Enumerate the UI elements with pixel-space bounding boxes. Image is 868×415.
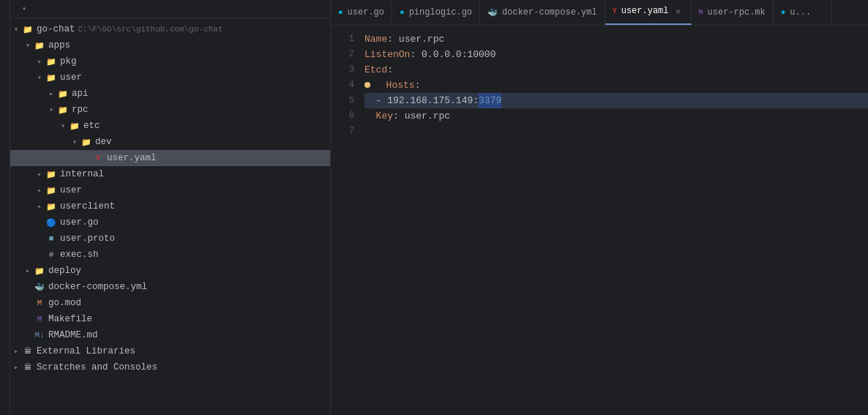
tree-item-user-yaml[interactable]: Yuser.yaml xyxy=(10,150,330,166)
arrow-open xyxy=(45,105,57,114)
tab-pinglogic-tab[interactable]: ●pinglogic.go xyxy=(392,0,480,25)
code-line-6: Key: user.rpc xyxy=(364,108,868,124)
tree-item-api[interactable]: 📁api xyxy=(10,86,330,102)
tab-user-yaml-tab[interactable]: Yuser.yaml✕ xyxy=(605,0,692,25)
folder-icon: 📁 xyxy=(22,23,34,35)
code-content[interactable]: Name: user.rpcListenOn: 0.0.0.0:10000Etc… xyxy=(359,26,868,415)
code-line-4: Hosts: xyxy=(364,78,868,93)
tree-item-exec-sh[interactable]: #exec.sh xyxy=(10,247,330,263)
sidebar: ▾ 📁go-chatC:\F\GO\src\github.com\go-chat… xyxy=(10,0,331,415)
code-key: Etcd xyxy=(364,62,387,78)
tree-item-go-chat[interactable]: 📁go-chatC:\F\GO\src\github.com\go-chat xyxy=(10,21,330,37)
tree-label: Makefile xyxy=(48,314,92,324)
arrow-closed xyxy=(45,89,57,98)
tree-label: dev xyxy=(95,137,112,147)
tree-item-user[interactable]: 📁user xyxy=(10,70,330,86)
tree-item-etc[interactable]: 📁etc xyxy=(10,118,330,134)
tree-item-user-proto[interactable]: ■user.proto xyxy=(10,231,330,247)
arrow-open xyxy=(69,138,81,146)
go-icon: 🔵 xyxy=(45,217,57,228)
tree-item-go-mod[interactable]: Mgo.mod xyxy=(10,295,330,311)
tree-label: user xyxy=(60,185,82,195)
tab-label: user.go xyxy=(348,7,384,18)
tree-label: user.yaml xyxy=(107,153,157,163)
code-dash: - xyxy=(364,93,387,108)
folder-icon: 📁 xyxy=(45,168,57,180)
tree-item-pkg[interactable]: 📁pkg xyxy=(10,53,330,70)
arrow-closed xyxy=(22,266,34,275)
tab-docker-tab[interactable]: 🐳docker-compose.yml xyxy=(480,0,605,25)
tab-user-rpc-mk-tab[interactable]: Muser-rpc.mk xyxy=(692,0,774,25)
readme-icon: M↓ xyxy=(34,329,45,341)
proto-icon: ■ xyxy=(45,233,57,244)
tree-item-apps[interactable]: 📁apps xyxy=(10,37,330,53)
tree-item-userclient[interactable]: 📁userclient xyxy=(10,198,330,214)
tree-item-external-libraries[interactable]: 🏛External Libraries xyxy=(10,343,330,359)
tree-item-makefile[interactable]: MMakefile xyxy=(10,311,330,327)
external-icon: 🏛 xyxy=(22,345,34,357)
tree-label: exec.sh xyxy=(60,250,99,260)
makefile-icon: M xyxy=(34,313,45,325)
tab-bar: ●user.go●pinglogic.go🐳docker-compose.yml… xyxy=(331,0,868,26)
code-line-3: Etcd: xyxy=(364,62,868,78)
warning-dot xyxy=(364,78,373,93)
tree-item-docker-compose[interactable]: 🐳docker-compose.yml xyxy=(10,279,330,295)
line-number-7: 7 xyxy=(331,124,354,139)
arrow-closed xyxy=(34,57,45,66)
arrow-open xyxy=(34,73,45,82)
folder-icon: 📁 xyxy=(45,56,57,67)
tab-extra-tab[interactable]: ●u... xyxy=(774,0,832,25)
folder-icon: 📁 xyxy=(45,184,57,196)
tree-item-readme[interactable]: M↓RMADME.md xyxy=(10,327,330,343)
arrow-closed xyxy=(34,170,45,179)
tab-label: user-rpc.mk xyxy=(708,7,766,18)
code-key: Key xyxy=(376,108,393,124)
path-label: C:\F\GO\src\github.com\go-chat xyxy=(78,25,223,34)
tree-label: etc xyxy=(83,121,100,131)
mk-tab-icon: M xyxy=(699,9,703,17)
editor-area: ●user.go●pinglogic.go🐳docker-compose.yml… xyxy=(331,0,868,415)
line-number-1: 1 xyxy=(331,31,354,47)
arrow-closed xyxy=(10,363,22,372)
tree-item-user-go[interactable]: 🔵user.go xyxy=(10,214,330,231)
tab-label: docker-compose.yml xyxy=(502,7,597,18)
code-value: user.rpc xyxy=(399,31,444,47)
arrow-open xyxy=(22,41,34,50)
tree-label: userclient xyxy=(60,201,115,212)
code-line-1: Name: user.rpc xyxy=(364,31,868,47)
sidebar-header: ▾ xyxy=(10,0,330,18)
line-number-5: 5 xyxy=(331,93,354,108)
docker-icon: 🐳 xyxy=(34,281,45,293)
tree-label: go.mod xyxy=(48,298,81,308)
tab-user-go-tab[interactable]: ●user.go xyxy=(331,0,392,25)
folder-icon: 📁 xyxy=(69,120,81,132)
tree-item-rpc[interactable]: 📁rpc xyxy=(10,102,330,118)
code-value: user.rpc xyxy=(405,108,450,124)
tree-label: go-chat xyxy=(37,24,75,34)
tab-label: u... xyxy=(790,7,811,18)
tree-label: docker-compose.yml xyxy=(48,282,147,292)
sh-icon: # xyxy=(45,249,57,261)
tab-close-button[interactable]: ✕ xyxy=(673,6,684,16)
tree-item-scratches[interactable]: 🏛Scratches and Consoles xyxy=(10,359,330,375)
tree-item-deploy[interactable]: 📁deploy xyxy=(10,263,330,279)
arrow-closed xyxy=(10,347,22,356)
external-icon: 🏛 xyxy=(22,362,34,373)
code-indent xyxy=(364,108,376,124)
code-line-5: - 192.168.175.149:3379 xyxy=(364,93,868,108)
tree-item-user2[interactable]: 📁user xyxy=(10,182,330,198)
line-number-3: 3 xyxy=(331,62,354,78)
tree-item-dev[interactable]: 📁dev xyxy=(10,134,330,150)
arrow-closed xyxy=(34,186,45,195)
line-number-4: 4 xyxy=(331,78,354,93)
tab-label: pinglogic.go xyxy=(409,7,472,18)
docker-tab-icon: 🐳 xyxy=(487,8,498,18)
tree-label: api xyxy=(72,89,89,99)
folder-icon: 📁 xyxy=(57,88,69,100)
folder-icon: 📁 xyxy=(45,201,57,212)
yaml-icon: Y xyxy=(92,152,104,164)
tree-item-internal[interactable]: 📁internal xyxy=(10,166,330,182)
line-numbers: 1234567 xyxy=(331,26,359,415)
tree-label: External Libraries xyxy=(37,346,135,356)
arrow-closed xyxy=(34,202,45,211)
